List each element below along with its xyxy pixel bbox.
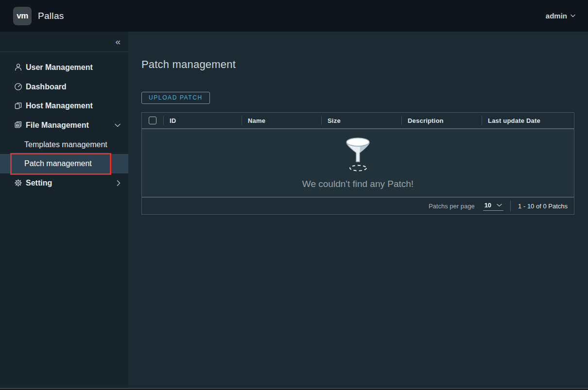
empty-state-message: We couldn't find any Patch! bbox=[302, 179, 414, 189]
sidebar-item-setting[interactable]: Setting bbox=[0, 173, 128, 193]
sidebar-item-file-management[interactable]: File Management bbox=[0, 116, 128, 135]
per-page-label: Patchs per page bbox=[429, 203, 475, 210]
sidebar-nav: User Management Dashboard Host Managemen… bbox=[0, 52, 128, 193]
column-header-name[interactable]: Name bbox=[242, 113, 321, 128]
page-title: Patch management bbox=[141, 58, 574, 71]
page-size-select[interactable]: 10 bbox=[483, 202, 503, 211]
sidebar-subitem-label: Templates management bbox=[24, 140, 107, 149]
chevron-down-icon bbox=[571, 14, 575, 17]
sidebar-item-templates-management[interactable]: Templates management bbox=[0, 135, 128, 154]
main-content: Patch management UPLOAD PATCH ID Name Si… bbox=[128, 32, 588, 390]
patch-datagrid: ID Name Size Description Last update Dat… bbox=[141, 112, 574, 215]
datagrid-empty-state: We couldn't find any Patch! bbox=[142, 129, 574, 197]
user-menu-dropdown[interactable]: admin bbox=[546, 12, 575, 20]
user-menu-label: admin bbox=[546, 12, 567, 20]
app-header: vm Pallas admin bbox=[0, 0, 588, 32]
pagination-range-label: 1 - 10 of 0 Patchs bbox=[518, 203, 568, 210]
window-bottom-edge bbox=[0, 388, 588, 390]
page-size-value: 10 bbox=[484, 202, 491, 209]
footer-divider bbox=[510, 201, 511, 211]
sidebar-collapse-bar: « bbox=[0, 32, 128, 52]
sidebar-item-user-management[interactable]: User Management bbox=[0, 58, 128, 77]
chevron-right-icon[interactable] bbox=[117, 180, 121, 186]
funnel-icon bbox=[343, 137, 373, 172]
vmware-logo-text: vm bbox=[17, 11, 28, 21]
user-icon bbox=[14, 63, 22, 71]
select-all-checkbox[interactable] bbox=[149, 117, 156, 124]
app-title: Pallas bbox=[38, 11, 64, 21]
sidebar-item-label: Dashboard bbox=[26, 83, 67, 91]
sidebar: « User Management Dashboard Host Managem… bbox=[0, 32, 128, 390]
datagrid-footer: Patchs per page 10 1 - 10 of 0 Patchs bbox=[142, 197, 574, 214]
dashboard-icon bbox=[14, 83, 22, 91]
host-icon bbox=[14, 102, 22, 110]
column-header-id[interactable]: ID bbox=[163, 113, 242, 128]
collapse-sidebar-icon[interactable]: « bbox=[115, 37, 121, 46]
datagrid-header-row: ID Name Size Description Last update Dat… bbox=[142, 113, 574, 129]
sidebar-item-label: Host Management bbox=[26, 102, 93, 110]
sidebar-item-host-management[interactable]: Host Management bbox=[0, 96, 128, 116]
sidebar-item-label: User Management bbox=[26, 63, 93, 72]
vmware-logo: vm bbox=[13, 7, 32, 25]
gear-icon bbox=[14, 179, 22, 187]
column-header-last-update-date[interactable]: Last update Date bbox=[482, 113, 574, 128]
sidebar-subitem-label: Patch management bbox=[24, 159, 92, 168]
chevron-down-icon[interactable] bbox=[115, 123, 121, 127]
sidebar-item-label: Setting bbox=[26, 179, 52, 187]
column-header-size[interactable]: Size bbox=[321, 113, 401, 128]
chevron-down-icon bbox=[497, 203, 502, 207]
sidebar-item-dashboard[interactable]: Dashboard bbox=[0, 77, 128, 97]
upload-patch-button[interactable]: UPLOAD PATCH bbox=[141, 92, 210, 104]
sidebar-item-patch-management[interactable]: Patch management bbox=[0, 154, 128, 173]
select-all-column bbox=[142, 113, 163, 128]
sidebar-item-label: File Management bbox=[26, 121, 89, 130]
column-header-description[interactable]: Description bbox=[401, 113, 482, 128]
files-icon bbox=[14, 121, 22, 129]
